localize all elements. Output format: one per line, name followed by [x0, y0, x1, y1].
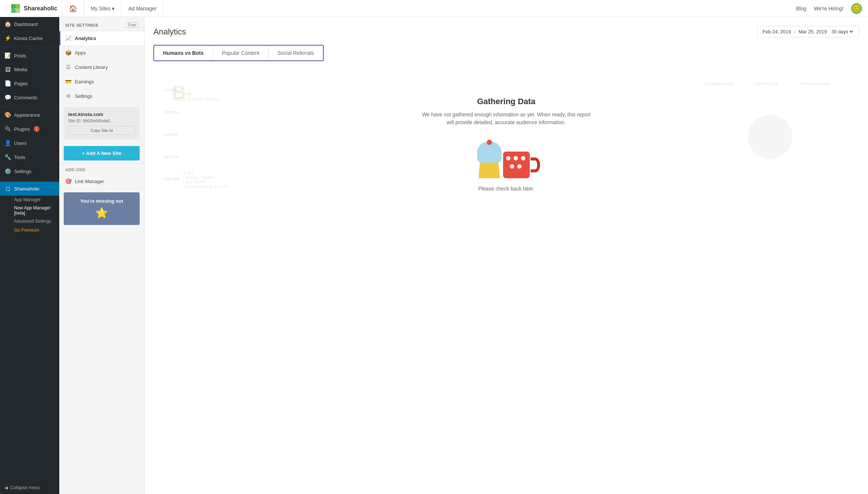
top-navbar: Shareaholic 🏠 My Sites ▾ Ad Manager Blog… — [0, 0, 868, 17]
pages-icon: 📄 — [4, 80, 11, 87]
sidebar-item-users[interactable]: 👤 Users — [0, 136, 59, 150]
go-premium-label: Go Premium — [14, 228, 39, 233]
svg-rect-2 — [11, 9, 16, 13]
sidebar-item-pages[interactable]: 📄 Pages — [0, 76, 59, 90]
hiring-link[interactable]: We're Hiring! — [814, 6, 844, 11]
date-separator: - — [794, 29, 795, 34]
gathering-note: Please check back later. — [421, 186, 592, 192]
sh-nav-content-library[interactable]: ☰ Content Library — [59, 60, 144, 74]
sidebar-divider-1 — [0, 47, 59, 47]
sidebar-label-comments: Comments — [14, 95, 37, 100]
logo-area[interactable]: Shareaholic — [6, 0, 62, 17]
sh-nav-analytics[interactable]: 📈 Analytics — [59, 31, 144, 46]
sidebar-item-kinsta-cache[interactable]: ⚡ Kinsta Cache — [0, 31, 59, 45]
addons-header: ADD-ONS — [59, 163, 144, 174]
missing-out-star-icon: ⭐ — [95, 207, 108, 219]
link-manager-icon: 🎯 — [65, 178, 71, 184]
blog-link[interactable]: Blog — [796, 6, 807, 11]
home-icon: 🏠 — [69, 4, 77, 13]
content-library-icon: ☰ — [65, 64, 71, 70]
shareaholic-logo-icon — [10, 3, 21, 14]
chart-y-100: 100.00% — [164, 177, 180, 181]
tab-humans-vs-bots[interactable]: Humans vs Bots — [154, 46, 213, 60]
sidebar-sub-advanced-settings[interactable]: Advanced Settings — [0, 217, 59, 225]
sidebar-item-plugins[interactable]: 🔌 Plugins 1 — [0, 122, 59, 136]
site-id-value: 0862fb680efa5... — [83, 119, 113, 123]
date-range-select[interactable]: 30 days — [830, 29, 854, 35]
media-icon: 🖼 — [4, 66, 11, 73]
sh-nav-label-analytics: Analytics — [75, 36, 96, 41]
sh-nav-link-manager[interactable]: 🎯 Link Manager — [59, 174, 144, 189]
chart-y-20: 20.00% — [164, 88, 178, 92]
sidebar-item-shareaholic[interactable]: ◻ Shareaholic — [0, 182, 59, 196]
dashboard-icon: 🏠 — [4, 21, 11, 27]
collapse-icon: ◀ — [4, 485, 8, 490]
sidebar-item-posts[interactable]: 📝 Posts — [0, 49, 59, 63]
plugins-icon: 🔌 — [4, 126, 11, 132]
kinsta-icon: ⚡ — [4, 35, 11, 42]
sidebar-item-media[interactable]: 🖼 Media — [0, 63, 59, 76]
mug-dot-3 — [521, 156, 525, 160]
top-nav-right: Blog We're Hiring! 😊 — [796, 3, 862, 14]
analytics-tabs: Humans vs Bots Popular Content Social Re… — [153, 45, 324, 61]
sh-nav-earnings[interactable]: 💳 Earnings — [59, 74, 144, 89]
sh-nav-settings[interactable]: ⚙ Settings — [59, 89, 144, 103]
sidebar-label-appearance: Appearance — [14, 112, 40, 118]
tab-popular-content[interactable]: Popular Content — [213, 46, 269, 60]
sidebar-item-appearance[interactable]: 🎨 Appearance — [0, 108, 59, 122]
sh-nav-apps[interactable]: 📦 Apps — [59, 46, 144, 60]
sidebar-divider-3 — [0, 180, 59, 180]
chevron-down-icon: ▾ — [112, 6, 114, 11]
sh-nav-label-content-library: Content Library — [75, 64, 108, 70]
shareaholic-sidebar: SITE SETTINGS Free 📈 Analytics 📦 Apps ☰ … — [59, 17, 144, 494]
sidebar-label-shareaholic: Shareaholic — [14, 186, 40, 192]
sh-settings-icon: ⚙ — [65, 93, 71, 99]
sidebar-label-media: Media — [14, 67, 27, 72]
sidebar-label-posts: Posts — [14, 53, 26, 59]
copy-site-id-button[interactable]: Copy Site Id — [68, 126, 135, 135]
ad-manager-button[interactable]: Ad Manager — [122, 0, 163, 17]
sidebar-label-dashboard: Dashboard — [14, 21, 38, 27]
collapse-menu-button[interactable]: ◀ Collapse menu — [0, 481, 59, 494]
content-area: SITE SETTINGS Free 📈 Analytics 📦 Apps ☰ … — [59, 17, 868, 494]
sidebar-item-dashboard[interactable]: 🏠 Dashboard — [0, 17, 59, 31]
svg-rect-0 — [11, 4, 16, 9]
tab-label-social-referrals: Social Referrals — [277, 50, 314, 56]
sidebar-sub-app-manager[interactable]: App Manager — [0, 196, 59, 204]
mug-body — [503, 152, 530, 178]
sidebar-item-comments[interactable]: 💬 Comments — [0, 90, 59, 105]
avatar-emoji: 😊 — [853, 5, 860, 12]
go-premium-link[interactable]: Go Premium — [0, 225, 59, 235]
site-id-label: Site ID: — [68, 119, 82, 123]
site-settings-title: SITE SETTINGS — [65, 23, 98, 27]
tools-icon: 🔧 — [4, 154, 11, 160]
sidebar-item-settings[interactable]: ⚙️ Settings — [0, 164, 59, 178]
analytics-icon: 📈 — [65, 35, 71, 41]
sh-nav-label-apps: Apps — [75, 50, 86, 56]
chart-y-80: 80.00% — [164, 155, 178, 159]
ghost-pie-chart — [748, 115, 792, 159]
sidebar-label-users: Users — [14, 140, 27, 146]
sidebar-sub-new-app-manager[interactable]: New App Manager [beta] — [0, 204, 59, 217]
user-avatar[interactable]: 😊 — [851, 3, 862, 14]
missing-out-promo: You're missing out ⭐ — [64, 192, 140, 225]
gathering-content: Gathering Data We have not gathered enou… — [421, 97, 592, 192]
ghost-legend-verified-bot: Verified Bot — [755, 81, 778, 86]
site-settings-header: SITE SETTINGS Free — [59, 17, 144, 31]
gathering-illustration — [421, 134, 592, 178]
home-button[interactable]: 🏠 — [62, 0, 84, 17]
date-to: Mar 25, 2019 — [798, 29, 827, 34]
ghost-legend-uncategorized: Uncategorized — [705, 81, 733, 86]
date-range-bar[interactable]: Feb 24, 2019 - Mar 25, 2019 30 days — [758, 26, 859, 37]
sidebar-item-tools[interactable]: 🔧 Tools — [0, 150, 59, 164]
analytics-panel: Analytics Feb 24, 2019 - Mar 25, 2019 30… — [144, 17, 868, 494]
sidebar-sub-label-new-app: New App Manager [beta] — [14, 205, 51, 216]
add-new-site-button[interactable]: + Add A New Site — [64, 146, 140, 160]
tab-social-referrals[interactable]: Social Referrals — [269, 46, 323, 60]
mug-dot-1 — [506, 156, 511, 160]
sidebar-label-tools: Tools — [14, 155, 25, 160]
my-sites-button[interactable]: My Sites ▾ — [84, 0, 122, 17]
sidebar-sub-label-app-manager: App Manager — [14, 197, 41, 202]
earnings-icon: 💳 — [65, 79, 71, 84]
plugins-badge: 1 — [34, 126, 40, 132]
